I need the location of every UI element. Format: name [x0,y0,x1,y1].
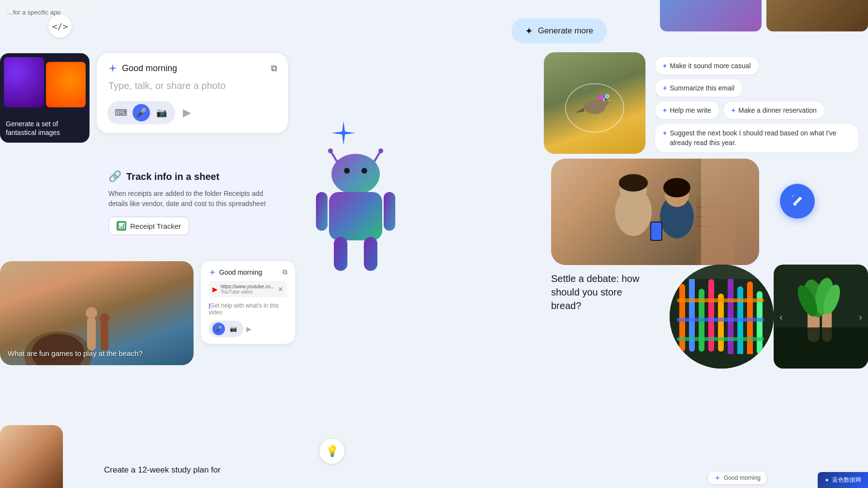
code-icon: </> [52,21,68,31]
factory-card [670,265,774,369]
chip-dinner-label: Make a dinner reservation [738,106,817,114]
settle-debate-text: Settle a debate: how should you store br… [551,272,648,312]
study-plan-title: Create a 12-week study plan for [104,464,221,476]
mic-button[interactable]: 🎤 [133,104,150,121]
send-icon: ▶ [183,106,191,118]
chips-row-3: + Help me write + Make a dinner reservat… [655,102,858,119]
chip-book[interactable]: + Suggest the next book I should read ba… [655,124,858,152]
keyboard-icon: ⌨ [115,107,127,118]
small-camera-button[interactable]: 📷 [227,323,239,335]
generate-more-button[interactable]: ✦ Generate more [511,18,607,44]
chips-row-1: + Make it sound more casual [655,57,858,74]
gemini-greeting: Good morning [122,63,177,74]
svg-rect-35 [651,222,661,240]
small-gemini-star-icon [209,268,216,276]
chips-row-4: + Suggest the next book I should read ba… [655,124,858,152]
android-figure [307,138,404,278]
svg-point-3 [86,307,97,319]
chip-casual-plus: + [663,62,667,70]
veg-right-arrow[interactable]: › [859,311,862,322]
watermark: ✦ 蓝色数据网 [818,472,868,488]
svg-point-25 [599,95,603,100]
chip-summarize[interactable]: + Summarize this email [655,79,742,97]
small-gemini-greeting: Good morning [219,268,262,276]
receipt-icon: 📊 [117,221,126,231]
svg-rect-14 [316,192,328,231]
fantastical-images [0,53,90,111]
chip-casual[interactable]: + Make it sound more casual [655,57,759,74]
bottom-star-icon [714,474,721,481]
small-external-link-icon[interactable]: ⧉ [283,268,287,276]
svg-rect-4 [101,322,108,351]
lightbulb-button[interactable]: 💡 [319,439,344,464]
android-svg [307,138,404,278]
bottom-gemini-hint: Good morning [708,472,766,484]
svg-point-30 [619,174,648,192]
fantastical-img-1 [4,57,44,107]
svg-point-10 [331,154,380,194]
track-info-title: Track info in a sheet [126,171,219,182]
svg-rect-16 [334,237,347,271]
bird-card [544,52,645,154]
svg-point-9 [378,148,383,153]
chip-help-write-label: Help me write [670,106,711,114]
bottom-left-thumbnail [0,425,63,488]
code-icon-button[interactable]: </> [48,15,72,38]
svg-rect-63 [774,327,868,369]
small-gemini-placeholder[interactable]: |Get help with what's in this video [209,302,287,316]
external-link-icon[interactable]: ⧉ [271,63,277,74]
keyboard-button[interactable]: ⌨ [112,104,130,121]
main-container: …for a specific app </> Generate a set o… [0,0,868,488]
small-send-button[interactable]: ▶ [246,325,252,333]
small-gemini-card: Good morning ⧉ ▶ https://www.youtube.com… [201,261,295,344]
svg-rect-52 [677,318,764,322]
svg-point-12 [361,168,367,174]
beach-question: What are fun games to play at the beach? [8,349,143,357]
gemini-placeholder[interactable]: Type, talk, or share a photo [107,80,277,91]
settle-debate-card: Settle a debate: how should you store br… [551,272,648,312]
generate-more-label: Generate more [538,26,593,36]
svg-point-5 [100,313,109,323]
camera-button[interactable]: 📷 [153,104,170,121]
partial-text: …for a specific app [7,9,60,16]
gemini-actions: ⌨ 🎤 📷 ▶ [107,101,277,124]
chip-help-write[interactable]: + Help me write [655,102,719,119]
veg-svg [774,265,868,369]
small-mic-button[interactable]: 🎤 [212,323,225,335]
send-button[interactable]: ▶ [183,106,191,119]
thumbnail-bg [0,425,63,488]
gemini-card-header: Good morning ⧉ [107,63,277,74]
lightbulb-icon: 💡 [326,445,339,458]
suggestion-chips-panel: + Make it sound more casual + Summarize … [645,57,868,157]
svg-point-7 [328,148,333,153]
svg-rect-13 [329,192,382,240]
youtube-close-button[interactable]: ✕ [278,285,284,293]
fantastical-label: Generate a set of fantastical images [6,119,84,137]
bottom-gemini-text: Good morning [724,474,761,481]
svg-rect-47 [728,277,733,356]
top-left-partial: …for a specific app [0,0,97,24]
svg-rect-54 [670,265,774,279]
compose-fab-button[interactable] [780,184,815,219]
track-icon: 🔗 [108,170,121,183]
track-info-card: 🔗 Track info in a sheet When receipts ar… [97,160,288,245]
veg-left-arrow[interactable]: ‹ [779,311,783,322]
small-gemini-actions: 🎤 📷 ▶ [209,321,287,337]
study-plan-block: Create a 12-week study plan for [104,464,221,476]
youtube-chip: ▶ https://www.youtube.com/watc... YouTub… [209,281,287,297]
youtube-url: https://www.youtube.com/watc... [221,284,276,289]
chip-help-write-plus: + [663,106,667,114]
top-images-row [660,0,868,31]
svg-point-11 [344,168,350,174]
small-action-btn-group: 🎤 📷 [209,321,243,337]
svg-rect-15 [384,192,395,231]
receipt-tracker-button[interactable]: 📊 Receipt Tracker [108,217,189,235]
chips-row-2: + Summarize this email [655,79,858,97]
svg-point-23 [604,99,606,101]
chip-book-plus: + [663,129,667,138]
svg-rect-51 [677,298,764,302]
chip-dinner[interactable]: + Make a dinner reservation [724,102,824,119]
svg-point-27 [606,95,609,98]
factory-svg [670,265,774,369]
beach-card: What are fun games to play at the beach? [0,261,194,365]
